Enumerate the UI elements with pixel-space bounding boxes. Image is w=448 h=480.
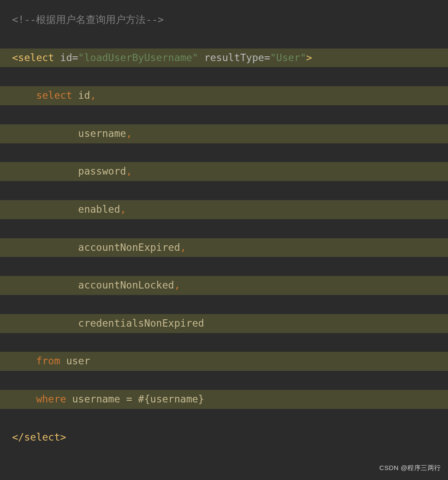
mybatis-param: #{username} [138, 393, 204, 405]
sql-column: accountNonExpired [78, 242, 180, 253]
xml-attr-value: "loadUserByUsername" [78, 52, 198, 63]
xml-open-tag: <select [12, 52, 54, 63]
sql-column: username [72, 393, 120, 405]
xml-comment: <!--根据用户名查询用户方法--> [12, 14, 164, 25]
sql-keyword-from: from [36, 355, 60, 366]
sql-keyword-select: select [36, 90, 72, 101]
xml-close-tag: </select> [12, 431, 66, 443]
sql-column: id [78, 90, 90, 101]
sql-column: accountNonLocked [78, 279, 174, 291]
xml-tag-end: > [306, 52, 312, 63]
xml-attr-name: id [60, 52, 72, 63]
watermark-text: CSDN @程序三两行 [380, 458, 441, 477]
xml-attr-value: "User" [270, 52, 306, 63]
code-block: <!--根据用户名查询用户方法--> <select id="loadUserB… [0, 10, 448, 480]
code-editor[interactable]: <!--根据用户名查询用户方法--> <select id="loadUserB… [0, 0, 448, 480]
sql-keyword-where: where [36, 393, 66, 405]
sql-column: password [78, 165, 126, 177]
sql-column: credentialsNonExpired [78, 318, 204, 329]
sql-column: username [78, 128, 126, 139]
sql-column: enabled [78, 204, 120, 215]
xml-attr-name: resultType [204, 52, 264, 63]
sql-table: user [66, 355, 90, 366]
